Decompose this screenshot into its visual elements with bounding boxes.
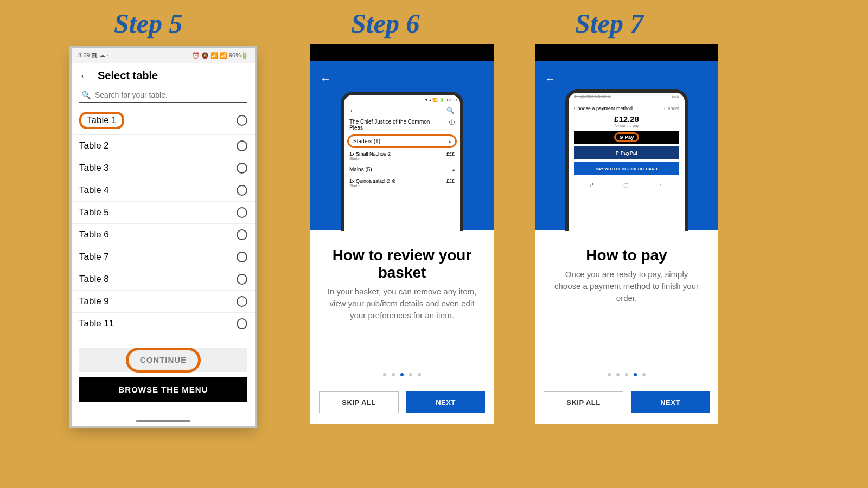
table-row[interactable]: Table 9 [72,291,255,313]
home-icon[interactable]: ▢ [623,182,628,188]
step-6-title: Step 6 [351,8,419,39]
back-icon[interactable]: ← [320,73,331,85]
status-time: 8:59 🖼 ☁ · [78,52,108,59]
onboarding-title: How to pay [551,247,702,264]
search-input[interactable] [95,91,245,99]
step-5-title: Step 5 [114,8,182,39]
table-row[interactable]: Table 3 [72,157,255,179]
step7-screen: ← 1x Quinoa Salad ⊘£££ Choose a payment … [535,44,718,424]
back-nav-icon[interactable]: ← [659,182,664,188]
cancel-link[interactable]: Cancel [664,106,679,111]
table-row[interactable]: Table 5 [72,202,255,224]
step5-screen: 8:59 🖼 ☁ · ⏰ 🔕 📶 📶 96%🔋 ← Select table 🔍… [72,48,255,426]
back-icon[interactable]: ← [79,69,90,82]
top-black-bar [310,44,494,61]
gpay-button[interactable]: G Pay [574,131,679,144]
step-7-title: Step 7 [575,8,643,39]
table-row[interactable]: Table 4 [72,179,255,202]
step6-screen: ← ▾ ▴ 📶 🔋 12:30 ←🔍 The Chief Justice of … [310,44,494,424]
info-icon[interactable]: ⓘ [449,119,455,126]
radio-icon[interactable] [237,207,247,218]
inner-search-icon[interactable]: 🔍 [446,107,455,114]
table-row[interactable]: Table 7 [72,246,255,268]
table-list: Table 1 Table 2 Table 3 Table 4 Table 5 … [72,106,255,335]
table-row[interactable]: Table 6 [72,224,255,246]
radio-icon[interactable] [237,140,247,151]
skip-all-button[interactable]: SKIP ALL [319,391,399,413]
basket-item[interactable]: 1x Quinoa salad ⊘ ⊛Starter£££ [344,176,460,190]
highlighted-table: Table 1 [79,112,124,129]
radio-icon[interactable] [237,163,247,174]
android-nav-bar: ⇄▢← [574,178,679,190]
search-icon: 🔍 [81,91,91,99]
page-dots [535,373,718,376]
onboarding-title: How to review your basket [327,247,477,281]
table-row[interactable]: Table 2 [72,135,255,157]
radio-icon[interactable] [237,252,247,262]
chevron-up-icon: ▴ [452,167,455,172]
radio-icon[interactable] [237,229,247,240]
top-black-bar [535,44,718,61]
page-title: Select table [98,69,158,82]
radio-icon[interactable] [237,296,247,307]
highlight-oval [126,348,201,373]
radio-icon[interactable] [237,318,247,329]
inner-phone-preview: ▾ ▴ 📶 🔋 12:30 ←🔍 The Chief Justice of th… [341,92,463,231]
home-bar [136,420,190,422]
inner-phone-preview: 1x Quinoa Salad ⊘£££ Choose a payment me… [565,89,688,231]
radio-icon[interactable] [237,115,247,126]
inner-status-bar: ▾ ▴ 📶 🔋 12:30 [344,95,460,105]
table-row[interactable]: Table 1 [72,106,255,135]
inner-back-icon[interactable]: ← [349,107,356,114]
back-icon[interactable]: ← [545,73,556,85]
removed-item-row: 1x Quinoa Salad ⊘£££ [569,93,685,100]
continue-button[interactable]: CONTINUE [79,348,247,372]
starters-section[interactable]: Starters (1)▴ [347,134,457,148]
radio-icon[interactable] [237,274,247,285]
page-dots [310,373,494,376]
chevron-up-icon: ▴ [449,139,451,144]
status-right: ⏰ 🔕 📶 📶 96%🔋 [192,52,248,59]
table-row[interactable]: Table 8 [72,268,255,291]
payment-header: Choose a payment method [574,106,633,111]
basket-item[interactable]: 1x Small Nachos ⊘Starter£££ [344,149,460,163]
next-button[interactable]: NEXT [631,391,710,413]
radio-icon[interactable] [237,185,247,196]
recent-icon[interactable]: ⇄ [589,182,593,188]
item-price: £££ [446,178,455,188]
skip-all-button[interactable]: SKIP ALL [544,391,623,413]
browse-menu-button[interactable]: BROWSE THE MENU [79,377,247,402]
highlight-gpay: G Pay [614,132,639,142]
mains-section[interactable]: Mains (5)▴ [344,163,460,176]
onboarding-description: Once you are ready to pay, simply choose… [551,268,702,304]
status-bar: 8:59 🖼 ☁ · ⏰ 🔕 📶 📶 96%🔋 [72,48,255,63]
onboarding-description: In your basket, you can remove any item,… [327,286,477,321]
amount-value: £12.28 [574,114,679,124]
pay-card-button[interactable]: PAY WITH DEBIT/CREDIT CARD [574,162,679,175]
amount-label: Amount to pay [574,124,679,127]
item-price: £££ [446,151,455,160]
next-button[interactable]: NEXT [406,391,485,413]
table-row[interactable]: Table 11 [72,313,255,335]
paypal-button[interactable]: P PayPal [574,146,679,159]
venue-name: The Chief Justice of the Common Pleas [349,119,436,131]
